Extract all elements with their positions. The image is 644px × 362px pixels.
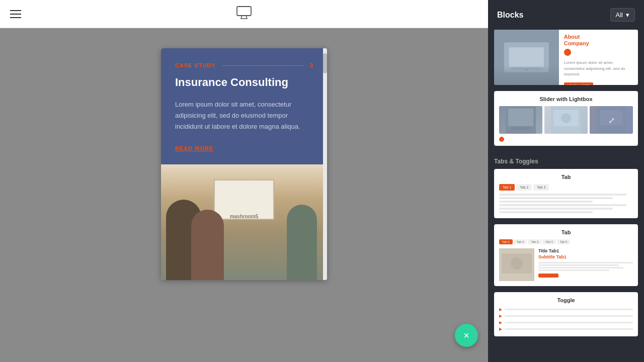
hamburger-menu[interactable]	[10, 10, 21, 18]
meeting-photo: mashroom5	[161, 164, 327, 280]
tab-content-lines	[499, 194, 633, 213]
expand-icon: ⤢	[608, 115, 615, 125]
case-study-line	[222, 65, 304, 66]
tab-block-1-inner: Tab Tab 1 Tab 2 Tab 3	[494, 169, 638, 218]
slider-dot	[499, 137, 504, 142]
toolbar-center	[236, 6, 252, 22]
tab-line-2	[499, 197, 613, 199]
tab-nav-item-3[interactable]: Tab 3	[533, 184, 549, 191]
tab-line-3	[499, 201, 593, 203]
toggle-item-4[interactable]: ▶	[499, 327, 633, 331]
toggle-arrow-4: ▶	[499, 327, 502, 331]
tab2-content-title: Title Tab1	[538, 248, 633, 253]
toggle-line-2	[505, 315, 633, 317]
toggle-line-1	[505, 309, 633, 310]
silhouette-group	[161, 190, 327, 280]
person-silhouette-2	[191, 210, 224, 280]
about-company-image	[494, 30, 559, 85]
preview-scrollbar[interactable]	[323, 48, 327, 280]
toggle-block[interactable]: Toggle ▶ ▶ ▶ ▶	[494, 292, 638, 336]
tab-block-2-inner: Tab Tab 1 Tab 2 Tab 3 Tab 4 Tab 5	[494, 224, 638, 286]
card-image: mashroom5	[161, 164, 327, 280]
toggle-line-3	[505, 322, 633, 323]
tab-nav-item-1[interactable]: Tab 1	[499, 184, 515, 191]
about-company-inner: AboutCompany Lorem ipsum dolor sit amet,…	[494, 30, 638, 85]
tab2-nav-item-5[interactable]: Tab 5	[557, 239, 571, 244]
toggle-item-1[interactable]: ▶	[499, 307, 633, 312]
card-title: Insurance Consulting	[175, 75, 313, 90]
slider-title: Slider with Lightbox	[499, 96, 633, 102]
case-study-header: CASE STUDY 3	[175, 62, 313, 68]
slider-lightbox-block[interactable]: Slider with Lightbox	[494, 91, 638, 146]
case-study-label: CASE STUDY	[175, 62, 216, 68]
tab2-nav-item-4[interactable]: Tab 4	[542, 239, 556, 244]
tab2-image	[499, 248, 534, 281]
svg-rect-6	[509, 47, 544, 67]
all-dropdown-button[interactable]: All ▾	[610, 8, 635, 22]
right-panel: Blocks All ▾ Ab	[488, 0, 644, 362]
tab2-text: Title Tab1 Subtitle Tab1	[538, 248, 633, 281]
close-icon: ×	[463, 330, 469, 340]
tab2-lines	[538, 262, 633, 271]
close-fab-button[interactable]: ×	[455, 324, 478, 347]
toggle-line-4	[505, 328, 633, 330]
tab-line-1	[499, 194, 626, 196]
slider-block-inner: Slider with Lightbox	[494, 91, 638, 146]
tab2-line-4	[538, 269, 609, 271]
panel-content[interactable]: AboutCompany Lorem ipsum dolor sit amet,…	[488, 30, 644, 362]
toggle-arrow-1: ▶	[499, 307, 502, 312]
svg-rect-11	[511, 126, 531, 130]
toggle-arrow-2: ▶	[499, 314, 502, 318]
slider-images: ⤢	[499, 106, 633, 134]
about-company-block[interactable]: AboutCompany Lorem ipsum dolor sit amet,…	[494, 30, 638, 85]
slider-image-3: ⤢	[590, 106, 633, 134]
tab2-nav-item-2[interactable]: Tab 2	[514, 239, 527, 244]
svg-rect-7	[512, 67, 541, 70]
toggle-items: ▶ ▶ ▶ ▶	[499, 307, 633, 331]
toggle-item-3[interactable]: ▶	[499, 320, 633, 325]
tab2-nav-item-3[interactable]: Tab 3	[528, 239, 541, 244]
monitor-icon	[236, 9, 252, 22]
svg-rect-0	[237, 7, 251, 16]
slider-image-2	[544, 106, 588, 134]
tab-nav-item-2[interactable]: Tab 2	[516, 184, 532, 191]
card-top-section: CASE STUDY 3 Insurance Consulting Lorem …	[161, 48, 327, 164]
svg-rect-10	[508, 109, 533, 126]
tab-block-1[interactable]: Tab Tab 1 Tab 2 Tab 3	[494, 169, 638, 218]
tab-line-6	[499, 211, 593, 213]
toggle-block-inner: Toggle ▶ ▶ ▶ ▶	[494, 292, 638, 336]
tabs-toggles-section-label: Tabs & Toggles	[494, 152, 638, 169]
toolbar	[0, 0, 488, 28]
tab-nav-1: Tab 1 Tab 2 Tab 3	[499, 184, 633, 191]
preview-card: CASE STUDY 3 Insurance Consulting Lorem …	[161, 48, 327, 280]
tab-block-2-title: Tab	[499, 229, 633, 235]
preview-area: CASE STUDY 3 Insurance Consulting Lorem …	[0, 28, 488, 362]
tab-line-4	[499, 204, 626, 206]
tab2-line-3	[538, 267, 623, 268]
tab2-content-subtitle: Subtitle Tab1	[538, 254, 633, 259]
about-company-title: AboutCompany	[564, 34, 633, 47]
toggle-block-title: Toggle	[499, 297, 633, 303]
case-study-number: 3	[310, 62, 313, 68]
tab2-nav-item-1[interactable]: Tab 1	[499, 239, 513, 244]
card-body: Lorem ipsum dolor sit amet, consectetur …	[175, 99, 313, 132]
tab2-line-1	[538, 262, 633, 263]
slider-image-1	[499, 106, 542, 134]
svg-point-8	[525, 69, 527, 71]
tab-block-2[interactable]: Tab Tab 1 Tab 2 Tab 3 Tab 4 Tab 5	[494, 224, 638, 286]
about-company-content: AboutCompany Lorem ipsum dolor sit amet,…	[559, 30, 638, 85]
toggle-arrow-3: ▶	[499, 320, 502, 325]
toggle-item-2[interactable]: ▶	[499, 314, 633, 318]
chevron-down-icon: ▾	[626, 11, 629, 19]
user-icon	[564, 49, 571, 56]
read-more-link[interactable]: READ MORE	[175, 145, 213, 151]
tab2-line-2	[538, 264, 619, 266]
panel-header: Blocks All ▾	[488, 0, 644, 30]
tab-line-5	[499, 208, 613, 210]
toolbar-left	[10, 10, 21, 18]
about-company-desc: Lorem ipsum dolor sit amet, consectetur …	[564, 60, 633, 77]
tab2-content: Title Tab1 Subtitle Tab1	[499, 248, 633, 281]
tab2-cta[interactable]	[538, 274, 558, 278]
svg-point-19	[511, 257, 523, 269]
about-company-link[interactable]: LEARN MORE	[564, 82, 593, 85]
